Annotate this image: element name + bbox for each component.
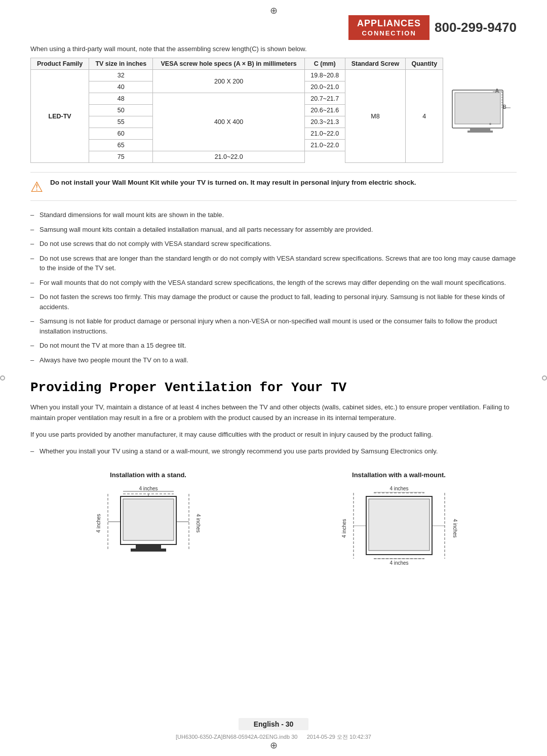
top-binding-mark: ⊕ — [270, 5, 278, 16]
section-title: Providing Proper Ventilation for Your TV — [30, 380, 517, 395]
left-binding — [0, 375, 5, 381]
svg-text:4 inches: 4 inches — [96, 514, 101, 532]
bullet-item: Samsung wall mount kits contain a detail… — [30, 225, 517, 235]
svg-rect-9 — [467, 131, 493, 133]
logo-top: APPLIANCES — [356, 18, 422, 29]
phone-number: 800-299-9470 — [435, 20, 517, 35]
svg-text:4 inches: 4 inches — [389, 486, 408, 491]
svg-text:A: A — [495, 88, 499, 94]
svg-rect-1 — [455, 93, 500, 124]
bullet-item: Samsung is not liable for product damage… — [30, 316, 517, 336]
svg-text:4 inches: 4 inches — [452, 519, 458, 537]
col-header-screw: Standard Screw — [345, 58, 406, 70]
svg-rect-14 — [136, 544, 161, 549]
wallmount-title: Installation with a wall-mount. — [352, 471, 446, 479]
bullet-item: Do not mount the TV at more than a 15 de… — [30, 341, 517, 351]
svg-rect-15 — [131, 549, 166, 552]
col-header-diagram — [443, 58, 517, 70]
svg-text:4 inches: 4 inches — [196, 514, 201, 532]
file-name: [UH6300-6350-ZA]BN68-05942A-02ENG.indb 3… — [176, 734, 297, 740]
page-number: English - 30 — [239, 718, 309, 730]
svg-point-7 — [489, 123, 491, 125]
col-header-family: Product Family — [31, 58, 89, 70]
page-header: APPLIANCES CONNECTION 800-299-9470 — [30, 15, 517, 40]
page: ⊕ APPLIANCES CONNECTION 800-299-9470 Whe… — [0, 0, 547, 756]
warning-text: Do not install your Wall Mount Kit while… — [50, 178, 416, 188]
ventilation-section: Providing Proper Ventilation for Your TV… — [30, 380, 517, 575]
col-header-size: TV size in inches — [89, 58, 153, 70]
svg-text:4 inches: 4 inches — [341, 519, 347, 537]
col-header-vesa: VESA screw hole specs (A × B) in millime… — [153, 58, 305, 70]
svg-rect-29 — [369, 499, 429, 551]
bullet-item: Do not use screws that do not comply wit… — [30, 239, 517, 249]
bullet-item: Always have two people mount the TV on t… — [30, 355, 517, 365]
bottom-binding-mark: ⊕ — [270, 740, 278, 751]
ventilation-bullet-item: Whether you install your TV using a stan… — [30, 446, 517, 456]
stand-title: Installation with a stand. — [110, 471, 186, 479]
warning-icon: ⚠ — [30, 179, 43, 195]
stand-diagram-block: Installation with a stand. — [30, 471, 266, 575]
ventilation-para2: If you use parts provided by another man… — [30, 430, 517, 440]
intro-text: When using a third-party wall mount, not… — [30, 45, 517, 53]
wallmount-diagram-svg: 4 inches 4 inches 4 inches 4 inches — [336, 484, 462, 575]
logo-bottom: CONNECTION — [356, 29, 422, 37]
svg-rect-8 — [470, 128, 490, 131]
bullet-item: Do not fasten the screws too firmly. Thi… — [30, 292, 517, 312]
col-header-c: C (mm) — [304, 58, 345, 70]
bullet-item: Standard dimensions for wall mount kits … — [30, 210, 517, 220]
bullet-item: For wall mounts that do not comply with … — [30, 278, 517, 288]
ventilation-para1: When you install your TV, maintain a dis… — [30, 402, 517, 424]
col-header-qty: Quantity — [406, 58, 443, 70]
warning-box: ⚠ Do not install your Wall Mount Kit whi… — [30, 172, 517, 201]
ventilation-bullets: Whether you install your TV using a stan… — [30, 446, 517, 456]
right-binding — [542, 375, 547, 381]
install-diagrams: Installation with a stand. — [30, 471, 517, 575]
page-footer: English - 30 [UH6300-6350-ZA]BN68-05942A… — [0, 718, 547, 741]
svg-text:4 inches: 4 inches — [139, 486, 158, 491]
file-date: 2014-05-29 오전 10:42:37 — [307, 734, 371, 740]
vesa-table: Product Family TV size in inches VESA sc… — [30, 58, 517, 163]
stand-diagram-svg: 4 inches 4 inches 4 inches — [93, 484, 204, 575]
bullet-list: Standard dimensions for wall mount kits … — [30, 210, 517, 365]
svg-text:B: B — [503, 104, 506, 110]
wallmount-diagram-block: Installation with a wall-mount. 4 inches — [281, 471, 517, 575]
svg-rect-16 — [123, 499, 174, 540]
logo-box: APPLIANCES CONNECTION — [348, 15, 429, 40]
bullet-item: Do not use screws that are longer than t… — [30, 254, 517, 273]
svg-text:4 inches: 4 inches — [389, 560, 408, 566]
